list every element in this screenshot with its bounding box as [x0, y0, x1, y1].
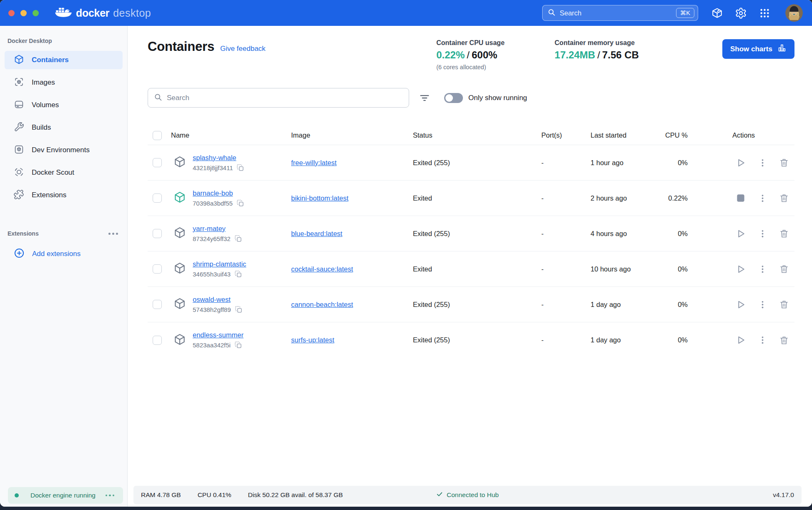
- copy-id-icon[interactable]: [234, 341, 242, 349]
- delete-trash-icon[interactable]: [779, 157, 789, 168]
- image-link[interactable]: blue-beard:latest: [291, 230, 342, 237]
- minimize-window-button[interactable]: [20, 10, 27, 16]
- copy-id-icon[interactable]: [234, 235, 242, 243]
- sidebar-item-label: Dev Environments: [32, 146, 90, 154]
- container-name-link[interactable]: endless-summer: [193, 331, 244, 339]
- row-checkbox[interactable]: [153, 264, 162, 274]
- start-button[interactable]: [735, 264, 746, 274]
- container-ports: -: [541, 159, 591, 167]
- start-button[interactable]: [735, 299, 746, 310]
- memory-separator: /: [597, 49, 600, 60]
- sidebar-item-images[interactable]: Images: [5, 73, 123, 92]
- close-window-button[interactable]: [8, 10, 15, 16]
- global-search-box[interactable]: ⌘K: [542, 5, 698, 21]
- engine-status-label: Docker engine running: [30, 492, 96, 499]
- delete-trash-icon[interactable]: [779, 299, 789, 310]
- sidebar-item-dev-environments[interactable]: Dev Environments: [5, 141, 123, 159]
- zoom-window-button[interactable]: [33, 10, 39, 16]
- settings-gear-icon[interactable]: [734, 7, 747, 20]
- sidebar-item-builds[interactable]: Builds: [5, 118, 123, 137]
- column-header-status[interactable]: Status: [413, 131, 541, 139]
- docker-desktop-logo: docker desktop: [55, 6, 151, 20]
- only-show-running-toggle[interactable]: [444, 93, 463, 103]
- table-row: barnacle-bob 70398a3bdf55 bikini-bottom:…: [148, 181, 794, 216]
- memory-total-value: 7.56 CB: [602, 49, 639, 60]
- extensions-section-label: Extensions: [8, 230, 39, 237]
- start-button[interactable]: [735, 228, 746, 239]
- row-checkbox[interactable]: [153, 193, 162, 203]
- row-checkbox[interactable]: [153, 300, 162, 309]
- apps-grid-icon[interactable]: [758, 7, 771, 20]
- container-last-started: 4 hours ago: [591, 230, 664, 238]
- container-cube-icon: [173, 191, 186, 205]
- filter-icon[interactable]: [416, 89, 433, 107]
- docker-engine-status[interactable]: Docker engine running: [8, 487, 123, 504]
- sidebar-item-volumes[interactable]: Volumes: [5, 96, 123, 114]
- delete-trash-icon[interactable]: [779, 193, 789, 203]
- check-icon: [436, 491, 443, 499]
- container-search-box[interactable]: [148, 88, 409, 108]
- delete-trash-icon[interactable]: [779, 335, 789, 346]
- learning-center-icon[interactable]: [711, 7, 724, 20]
- sidebar-item-docker-scout[interactable]: Docker Scout: [5, 163, 123, 182]
- sidebar-item-containers[interactable]: Containers: [5, 51, 123, 69]
- row-menu-kebab-icon[interactable]: [757, 157, 768, 168]
- column-header-last-started[interactable]: Last started: [591, 131, 664, 139]
- row-menu-kebab-icon[interactable]: [757, 228, 768, 239]
- copy-id-icon[interactable]: [235, 306, 243, 314]
- container-name-link[interactable]: splashy-whale: [193, 154, 244, 162]
- cpu-total-value: 600%: [472, 49, 497, 60]
- image-link[interactable]: bikini-bottom:latest: [291, 194, 349, 202]
- container-name-link[interactable]: oswald-west: [193, 296, 243, 304]
- container-status: Exited (255): [413, 159, 541, 167]
- cpu-usage: CPU 0.41%: [198, 491, 231, 499]
- user-avatar[interactable]: [785, 4, 803, 22]
- memory-usage-label: Container memory usage: [555, 39, 639, 47]
- row-menu-kebab-icon[interactable]: [757, 299, 768, 310]
- container-name-link[interactable]: shrimp-clamtastic: [193, 260, 246, 268]
- table-row: shrimp-clamtastic 34655h3uif43 cocktail-…: [148, 251, 794, 287]
- container-cube-icon: [173, 297, 186, 312]
- select-all-checkbox[interactable]: [153, 131, 162, 140]
- row-menu-kebab-icon[interactable]: [757, 193, 768, 203]
- copy-id-icon[interactable]: [234, 270, 242, 278]
- row-checkbox[interactable]: [153, 336, 162, 345]
- extensions-menu-icon[interactable]: [107, 231, 120, 236]
- container-status: Exited (255): [413, 301, 541, 309]
- start-button[interactable]: [735, 335, 746, 346]
- row-menu-kebab-icon[interactable]: [757, 335, 768, 346]
- give-feedback-link[interactable]: Give feedback: [220, 45, 266, 53]
- container-status: Exited (255): [413, 336, 541, 344]
- sidebar-item-extensions[interactable]: Extensions: [5, 186, 123, 204]
- image-link[interactable]: cannon-beach:latest: [291, 301, 353, 308]
- delete-trash-icon[interactable]: [779, 264, 789, 274]
- global-search-input[interactable]: [560, 9, 676, 17]
- table-row: splashy-whale 43218j8jjf3411 free-willy:…: [148, 145, 794, 181]
- add-extensions-button[interactable]: Add extensions: [14, 248, 127, 260]
- container-search-input[interactable]: [167, 94, 403, 102]
- table-row: oswald-west 57438h2gff89 cannon-beach:la…: [148, 287, 794, 322]
- row-checkbox[interactable]: [153, 158, 162, 167]
- column-header-ports[interactable]: Port(s): [541, 131, 591, 139]
- image-link[interactable]: surfs-up:latest: [291, 336, 334, 344]
- dev-environments-icon: [14, 144, 24, 156]
- engine-menu-icon[interactable]: [104, 493, 116, 498]
- show-charts-button[interactable]: Show charts: [722, 39, 794, 59]
- hub-status-label: Connected to Hub: [447, 491, 499, 499]
- copy-id-icon[interactable]: [236, 164, 244, 172]
- column-header-cpu[interactable]: CPU %: [664, 131, 703, 139]
- container-name-link[interactable]: barnacle-bob: [193, 189, 244, 197]
- copy-id-icon[interactable]: [236, 199, 244, 207]
- row-menu-kebab-icon[interactable]: [757, 264, 768, 274]
- disk-usage: Disk 50.22 GB avail. of 58.37 GB: [248, 491, 343, 499]
- row-checkbox[interactable]: [153, 229, 162, 238]
- image-link[interactable]: free-willy:latest: [291, 159, 337, 166]
- stop-button[interactable]: [735, 193, 746, 203]
- container-name-link[interactable]: yarr-matey: [193, 225, 242, 233]
- column-header-name[interactable]: Name: [171, 131, 291, 139]
- delete-trash-icon[interactable]: [779, 228, 789, 239]
- column-header-image[interactable]: Image: [291, 131, 413, 139]
- image-link[interactable]: cocktail-sauce:latest: [291, 265, 353, 273]
- start-button[interactable]: [735, 157, 746, 168]
- container-status: Exited: [413, 265, 541, 273]
